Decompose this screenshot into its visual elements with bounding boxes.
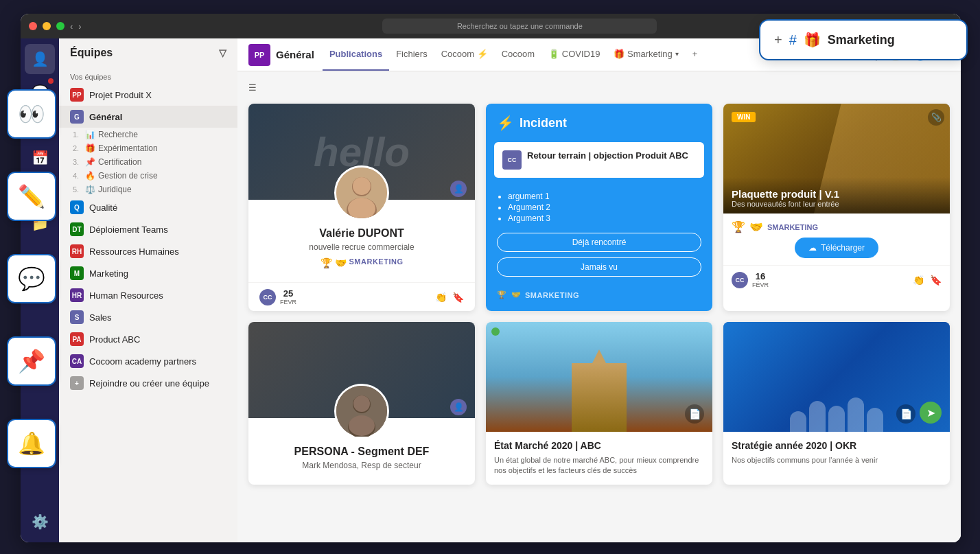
- team-avatar-marketing: M: [70, 266, 84, 280]
- sidebar-item-sales[interactable]: S Sales ···: [59, 306, 237, 328]
- product-tags: 🏆 🤝 SMARKETING: [732, 220, 942, 233]
- rail-item-settings[interactable]: ⚙️: [25, 507, 55, 537]
- like-icon[interactable]: 👏: [435, 292, 447, 303]
- team-name-hr: Human Resources: [89, 290, 213, 301]
- filter-icon[interactable]: ▽: [219, 47, 226, 58]
- bookmark-icon[interactable]: 🔖: [452, 292, 464, 303]
- channel-name: Général: [276, 49, 314, 60]
- sidebar-item-product-abc[interactable]: PA Product ABC ···: [59, 328, 237, 350]
- download-button[interactable]: ☁ Télécharger: [795, 238, 878, 258]
- sidebar-title: Équipes: [70, 47, 113, 59]
- strategy-desc: Nos objectifs communs pour l'année à ven…: [732, 455, 942, 465]
- maximize-dot[interactable]: [56, 22, 65, 30]
- deja-rencontre-button[interactable]: Déjà rencontré: [497, 233, 701, 252]
- popover-hash-icon: #: [789, 32, 797, 48]
- market-body: État Marché 2020 | ABC Un état global de…: [486, 432, 712, 485]
- tab-covid19[interactable]: 🔋 COVID19: [541, 38, 607, 71]
- tab-cocoom[interactable]: Cocoom: [495, 38, 541, 71]
- rail-item-account[interactable]: 👤: [25, 44, 55, 74]
- svg-point-9: [349, 415, 375, 436]
- like-icon-product[interactable]: 👏: [913, 275, 924, 286]
- team-avatar-general: G: [70, 110, 84, 124]
- popover: + # 🎁 Smarketing: [760, 21, 966, 59]
- sidebar-item-join-team[interactable]: + Rejoindre ou créer une équipe: [59, 372, 237, 394]
- sidebar: Équipes ▽ Vos équipes PP Projet Produit …: [59, 38, 237, 542]
- app-bubble-bell[interactable]: 🔔: [7, 419, 56, 468]
- green-dot-market: [491, 327, 500, 336]
- win-badge: WIN: [732, 112, 756, 122]
- card-date-product: 16 FÉVR: [752, 271, 769, 288]
- sidebar-item-cocoom-academy[interactable]: CA Cocoom academy partners ···: [59, 350, 237, 372]
- bookmark-icon-product[interactable]: 🔖: [930, 275, 942, 286]
- market-desc: Un état global de notre marché ABC, pour…: [494, 455, 704, 476]
- card-profile-image: hello 👤: [248, 104, 475, 200]
- persona-role: Mark Mendosa, Resp de secteur: [259, 461, 464, 470]
- incident-arguments: argument 1 Argument 2 Argument 3: [486, 186, 712, 223]
- persona-avatar: [334, 384, 389, 439]
- incident-footer: 🏆 🤝 SMARKETING: [486, 285, 712, 305]
- filter-bar: ☰: [248, 82, 950, 93]
- product-image: WIN Plaquette produit | V.1 Des nouveaut…: [723, 104, 950, 213]
- team-avatar-hr: HR: [70, 288, 84, 302]
- tab-cocoom-lightning[interactable]: Cocoom ⚡: [434, 38, 495, 71]
- team-name-marketing: Marketing: [89, 268, 213, 279]
- product-footer: CC 16 FÉVR 👏 🔖: [723, 265, 950, 294]
- card-profile-footer: CC 25 FÉVR 👏 🔖: [248, 282, 475, 311]
- channel-item-experimentation[interactable]: 2. 🎁 Expérimentation: [67, 141, 237, 155]
- paperclip-icon: 📎: [928, 109, 944, 126]
- sidebar-item-hr[interactable]: HR Human Resources ···: [59, 284, 237, 306]
- strategy-title: Stratégie année 2020 | OKR: [732, 440, 942, 451]
- sidebar-item-deploiement[interactable]: DT Déploiement Teams ···: [59, 218, 237, 240]
- sidebar-item-marketing[interactable]: M Marketing ···: [59, 262, 237, 284]
- product-title: Plaquette produit | V.1: [732, 188, 942, 200]
- team-avatar-join: +: [70, 376, 84, 390]
- pencil-icon: ✏️: [18, 183, 45, 209]
- channel-item-recherche[interactable]: 1. 📊 Recherche: [67, 128, 237, 141]
- minimize-dot[interactable]: [43, 22, 51, 30]
- chevron-down-icon: ▾: [675, 50, 679, 58]
- channel-item-certification[interactable]: 3. 📌 Certification: [67, 155, 237, 169]
- strategy-body: Stratégie année 2020 | OKR Nos objectifs…: [723, 432, 950, 474]
- team-avatar-product-abc: PA: [70, 332, 84, 346]
- tab-add[interactable]: +: [686, 38, 705, 71]
- app-bubble-pencil[interactable]: ✏️: [7, 172, 56, 221]
- cards-grid: hello 👤: [248, 104, 950, 485]
- app-bubble-chat[interactable]: 💬: [7, 254, 56, 303]
- sidebar-header: Équipes ▽: [59, 38, 237, 67]
- filter-button[interactable]: ☰: [248, 82, 257, 93]
- channel-avatar-pp: PP: [248, 44, 270, 66]
- tab-fichiers[interactable]: Fichiers: [389, 38, 434, 71]
- channel-item-juridique[interactable]: 5. ⚖️ Juridique: [67, 183, 237, 196]
- rail-item-calendar[interactable]: 📅: [25, 143, 55, 173]
- jamais-vu-button[interactable]: Jamais vu: [497, 257, 701, 277]
- team-name-rh: Ressources Humaines: [89, 246, 213, 257]
- channel-list: 1. 📊 Recherche 2. 🎁 Expérimentation 3. 📌…: [59, 128, 237, 196]
- card-date: 25 FÉVR: [280, 288, 296, 305]
- search-bar[interactable]: Recherchez ou tapez une commande: [382, 19, 657, 34]
- sidebar-section-label: Vos équipes: [59, 70, 237, 84]
- tab-smarketing[interactable]: 🎁 Smarketing ▾: [607, 38, 685, 71]
- sidebar-item-qualite[interactable]: Q Qualité ···: [59, 196, 237, 218]
- app-bubble-pin[interactable]: 📌: [7, 336, 56, 386]
- team-avatar-pp: PP: [70, 88, 84, 102]
- tab-publications[interactable]: Publications: [323, 38, 389, 71]
- cloud-icon: ☁: [808, 243, 817, 253]
- app-bubble-eyes[interactable]: 👀: [7, 89, 56, 139]
- team-name-deploiement: Déploiement Teams: [89, 224, 213, 235]
- app-window: ‹› Recherchez ou tapez une commande 👤 💬 …: [21, 14, 961, 542]
- card-product: WIN Plaquette produit | V.1 Des nouveaut…: [723, 104, 950, 311]
- account-icon: 👤: [32, 51, 49, 67]
- channel-item-gestion-crise[interactable]: 4. 🔥 Gestion de crise: [67, 169, 237, 183]
- sidebar-item-projet-produit-x[interactable]: PP Projet Produit X ···: [59, 84, 237, 106]
- product-subtitle: Des nouveautés font leur entrée: [732, 200, 942, 208]
- sidebar-item-rh[interactable]: RH Ressources Humaines ···: [59, 240, 237, 262]
- sidebar-item-general[interactable]: G Général ···: [59, 106, 237, 128]
- doc-icon-strategy: 📄: [896, 404, 915, 424]
- market-title: État Marché 2020 | ABC: [494, 440, 704, 451]
- handshake-icon: 🤝: [749, 220, 763, 233]
- incident-header: ⚡ Incident: [486, 104, 712, 142]
- card-market: 📄 État Marché 2020 | ABC Un état global …: [486, 322, 712, 485]
- close-dot[interactable]: [29, 22, 37, 30]
- popover-plus-icon: +: [774, 32, 782, 48]
- cocoom-avatar-product: CC: [732, 272, 748, 288]
